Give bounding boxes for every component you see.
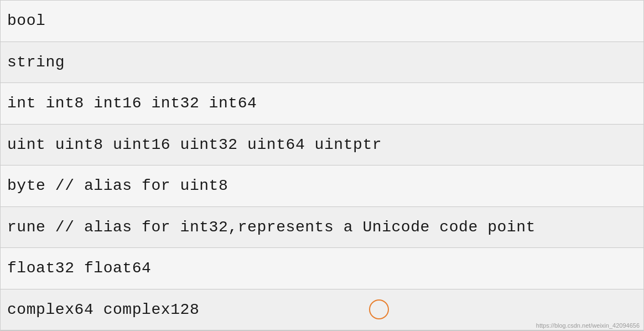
row-string: string	[1, 42, 643, 84]
row-complex-text: complex64 complex128	[7, 301, 199, 318]
row-rune-text: rune // alias for int32,represents a Uni…	[7, 219, 536, 236]
row-bool-text: bool	[7, 12, 45, 29]
row-string-text: string	[7, 54, 65, 71]
type-table: boolstringint int8 int16 int32 int64uint…	[0, 0, 644, 331]
row-int: int int8 int16 int32 int64	[1, 83, 643, 125]
row-float-text: float32 float64	[7, 260, 151, 277]
row-uint-text: uint uint8 uint16 uint32 uint64 uintptr	[7, 136, 382, 153]
row-int-text: int int8 int16 int32 int64	[7, 95, 257, 112]
watermark: https://blog.csdn.net/weixin_42094656	[536, 322, 640, 329]
circle-icon	[369, 299, 389, 319]
row-float: float32 float64	[1, 248, 643, 289]
row-byte: byte // alias for uint8	[1, 166, 643, 207]
row-rune: rune // alias for int32,represents a Uni…	[1, 207, 643, 249]
row-uint: uint uint8 uint16 uint32 uint64 uintptr	[1, 125, 643, 166]
row-bool: bool	[1, 1, 643, 42]
row-byte-text: byte // alias for uint8	[7, 177, 228, 194]
